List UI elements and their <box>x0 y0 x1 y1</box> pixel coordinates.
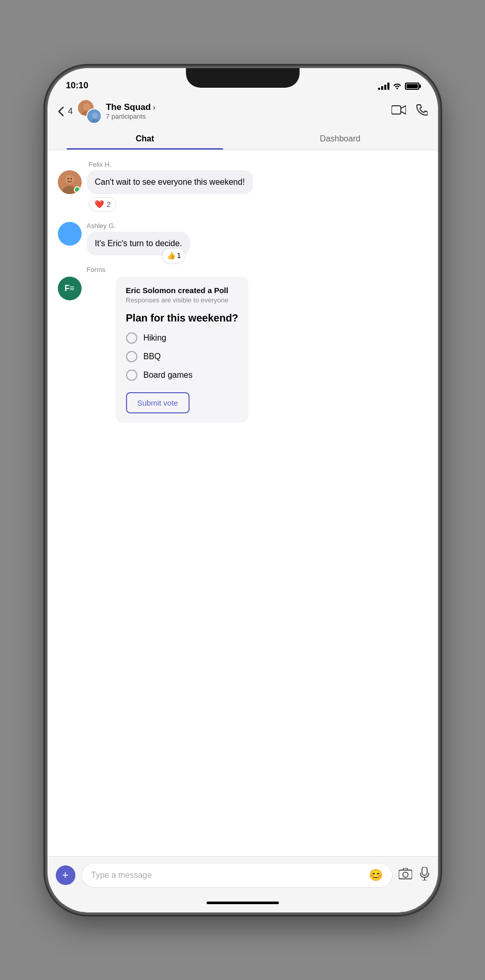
poll-question: Plan for this weekend? <box>126 312 239 324</box>
microphone-button[interactable] <box>419 867 430 883</box>
reaction-count: 2 <box>107 200 111 208</box>
back-button[interactable] <box>58 106 64 117</box>
message-input[interactable]: Type a message 😊 <box>82 863 393 888</box>
group-info: The Squad › 7 participants <box>106 102 155 120</box>
message-group-poll: Forms F≡ Eric Solomon created a Poll Res… <box>58 266 428 423</box>
sender-name-ashley: Ashley G. <box>87 222 191 230</box>
video-call-button[interactable] <box>392 105 406 118</box>
thumbs-emoji: 👍 <box>167 251 176 261</box>
back-count: 4 <box>68 106 73 117</box>
message-bubble-ashley: It's Eric's turn to decide. 👍 1 <box>87 232 191 255</box>
radio-board-games[interactable] <box>126 369 137 381</box>
input-bar: + Type a message 😊 <box>48 856 438 894</box>
svg-point-13 <box>403 872 408 877</box>
participants-count: 7 participants <box>106 113 155 120</box>
message-group-ashley: Ashley G. It's Eric's turn to decide. 👍 … <box>58 222 428 255</box>
poll-subtitle: Responses are visible to everyone <box>126 296 239 304</box>
submit-vote-button[interactable]: Submit vote <box>126 392 190 413</box>
message-group-felix: Felix H. <box>58 160 428 212</box>
radio-hiking[interactable] <box>126 332 137 344</box>
message-bubble-felix: Can't wait to see everyone this weekend! <box>87 170 253 194</box>
chat-header: 4 <box>48 95 438 124</box>
svg-point-1 <box>83 103 90 110</box>
sender-name-felix: Felix H. <box>89 160 428 168</box>
home-indicator <box>48 894 438 912</box>
radio-bbq[interactable] <box>126 351 137 362</box>
svg-rect-14 <box>422 867 427 875</box>
message-row-felix: Can't wait to see everyone this weekend! <box>58 170 428 194</box>
add-attachment-button[interactable]: + <box>56 865 75 885</box>
signal-icon <box>378 83 389 90</box>
svg-point-11 <box>70 178 72 179</box>
header-actions <box>392 104 428 119</box>
svg-rect-6 <box>392 106 401 114</box>
avatar-felix <box>58 170 82 194</box>
status-time: 10:10 <box>66 81 88 91</box>
group-avatar[interactable] <box>77 99 102 124</box>
svg-point-4 <box>92 113 98 119</box>
home-bar <box>207 902 279 904</box>
avatar-2 <box>86 108 102 124</box>
battery-icon <box>405 83 419 90</box>
poll-option-2: BBQ <box>126 351 239 362</box>
svg-point-8 <box>65 175 74 184</box>
tab-dashboard[interactable]: Dashboard <box>243 128 438 150</box>
poll-creator: Eric Solomon created a Poll <box>126 286 239 295</box>
input-placeholder: Type a message <box>91 871 152 880</box>
phone-call-button[interactable] <box>416 104 428 119</box>
reaction-ashley[interactable]: 👍 1 <box>163 249 185 263</box>
thumbs-count: 1 <box>177 251 181 261</box>
emoji-button[interactable]: 😊 <box>369 869 383 882</box>
wifi-icon <box>393 82 402 91</box>
input-actions <box>399 867 430 883</box>
tab-chat[interactable]: Chat <box>48 128 243 150</box>
status-icons <box>378 82 419 91</box>
avatar-forms: F≡ <box>58 277 82 300</box>
chat-area: Felix H. <box>48 150 438 856</box>
tab-bar: Chat Dashboard <box>48 128 438 150</box>
poll-option-3: Board games <box>126 369 239 381</box>
forms-row: F≡ Eric Solomon created a Poll Responses… <box>58 277 428 423</box>
online-indicator <box>74 186 81 193</box>
poll-card: Eric Solomon created a Poll Responses ar… <box>116 277 249 423</box>
group-name[interactable]: The Squad › <box>106 102 155 113</box>
forms-label: Forms <box>87 266 428 274</box>
reaction-emoji: ❤️ <box>95 200 104 209</box>
avatar-ashley <box>58 222 82 246</box>
camera-button[interactable] <box>399 868 412 882</box>
header-left: 4 <box>58 99 155 124</box>
svg-point-10 <box>67 178 69 179</box>
reaction-felix[interactable]: ❤️ 2 <box>89 197 117 212</box>
poll-option-1: Hiking <box>126 332 239 344</box>
